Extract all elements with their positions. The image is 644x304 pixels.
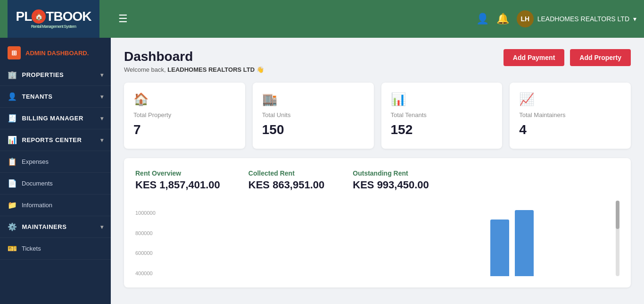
stat-cards: 🏠 Total Property 7 🏬 Total Units 150 📊 T…	[124, 83, 631, 149]
sidebar-item-information[interactable]: 📁 Information	[0, 194, 111, 216]
chevron-icon-2: ▾	[100, 93, 104, 100]
y-label-10: 1000000	[135, 210, 156, 216]
company-name: LEADHOMES REALTORS LTD	[537, 15, 629, 23]
sidebar-item-expenses[interactable]: 📋 Expenses	[0, 151, 111, 173]
chart-bars	[160, 210, 619, 276]
sidebar-label-billing: BILLING MANAGER	[22, 115, 83, 122]
stat-value-maintainers: 4	[519, 122, 621, 137]
admin-icon: ⊞	[8, 46, 21, 59]
content-header: Dashboard Welcome back, LEADHOMES REALTO…	[124, 49, 631, 73]
tickets-icon: 🎫	[8, 244, 17, 253]
sidebar-label-properties: PROPERTIES	[22, 71, 64, 78]
content-area: Dashboard Welcome back, LEADHOMES REALTO…	[111, 38, 644, 304]
reports-icon: 📊	[8, 135, 17, 144]
logo: PL 🏠 TBOOK Rental Management System	[8, 0, 99, 38]
sidebar-item-maintainers[interactable]: ⚙️ MAINTAINERS ▾	[0, 216, 111, 238]
welcome-text: Welcome back, LEADHOMES REALTORS LTD 👋	[124, 66, 264, 73]
title-area: Dashboard Welcome back, LEADHOMES REALTO…	[124, 49, 264, 73]
billing-icon: 🧾	[8, 114, 17, 123]
sidebar-item-reports[interactable]: 📊 REPORTS CENTER ▾	[0, 129, 111, 151]
properties-icon: 🏢	[8, 70, 17, 79]
y-label-6: 600000	[135, 250, 156, 256]
sidebar-label-expenses: Expenses	[22, 158, 49, 165]
stat-card-units: 🏬 Total Units 150	[253, 83, 374, 149]
outstanding-rent-label: Outstanding Rent	[353, 169, 429, 177]
stat-card-tenants: 📊 Total Tenants 152	[381, 83, 503, 149]
tenants-icon: 👤	[8, 92, 17, 101]
sidebar-label-reports: REPORTS CENTER	[22, 136, 82, 144]
chevron-icon: ▾	[100, 72, 104, 78]
rent-overview-stat: Rent Overview KES 1,857,401.00	[135, 169, 220, 191]
add-payment-button[interactable]: Add Payment	[504, 49, 564, 66]
chart-y-axis: 400000 600000 800000 1000000	[135, 210, 156, 276]
tenants-stat-icon: 📊	[391, 92, 493, 107]
topbar: PL 🏠 TBOOK Rental Management System ☰ 👤 …	[0, 0, 644, 38]
stat-value-tenants: 152	[391, 122, 493, 137]
outstanding-rent-stat: Outstanding Rent KES 993,450.00	[353, 169, 429, 191]
information-icon: 📁	[8, 201, 17, 210]
sidebar: ⊞ ADMIN DASHBOARD. 🏢 PROPERTIES ▾ 👤 TENA…	[0, 38, 111, 304]
y-label-8: 800000	[135, 230, 156, 236]
property-stat-icon: 🏠	[133, 92, 236, 107]
stat-label-maintainers: Total Maintainers	[519, 111, 621, 118]
sidebar-item-tickets[interactable]: 🎫 Tickets	[0, 238, 111, 260]
menu-toggle[interactable]: ☰	[118, 13, 128, 25]
notification-icon[interactable]: 🔔	[496, 13, 509, 25]
sidebar-label-tenants: TENANTS	[22, 93, 53, 100]
documents-icon: 📄	[8, 179, 17, 188]
profile-icon[interactable]: 👤	[476, 13, 489, 25]
stat-value-units: 150	[262, 122, 364, 137]
sidebar-admin: ⊞ ADMIN DASHBOARD.	[0, 42, 111, 64]
collected-rent-value: KES 863,951.00	[248, 179, 324, 191]
maintainers-stat-icon: 📈	[519, 92, 621, 107]
sidebar-item-documents[interactable]: 📄 Documents	[0, 173, 111, 194]
stat-label-units: Total Units	[262, 111, 364, 118]
rent-stats: Rent Overview KES 1,857,401.00 Collected…	[135, 169, 619, 191]
chevron-down-icon: ▾	[633, 15, 636, 23]
avatar: LH	[517, 10, 534, 27]
sidebar-label-documents: Documents	[22, 180, 53, 187]
chevron-icon-3: ▾	[100, 115, 104, 122]
user-menu[interactable]: LH LEADHOMES REALTORS LTD ▾	[517, 10, 636, 27]
scrollbar-thumb	[616, 201, 619, 229]
add-property-button[interactable]: Add Property	[570, 49, 631, 66]
rent-overview-card: Rent Overview KES 1,857,401.00 Collected…	[124, 158, 631, 287]
sidebar-item-billing[interactable]: 🧾 BILLING MANAGER ▾	[0, 108, 111, 129]
collected-rent-label: Collected Rent	[248, 169, 324, 177]
rent-overview-label: Rent Overview	[135, 169, 220, 177]
stat-card-property: 🏠 Total Property 7	[124, 83, 245, 149]
collected-rent-stat: Collected Rent KES 863,951.00	[248, 169, 324, 191]
topbar-left: PL 🏠 TBOOK Rental Management System ☰	[8, 0, 128, 38]
admin-label: ADMIN DASHBOARD.	[25, 50, 89, 57]
y-label-4: 400000	[135, 270, 156, 276]
chart-bar-2	[515, 210, 534, 276]
expenses-icon: 📋	[8, 157, 17, 166]
units-stat-icon: 🏬	[262, 92, 364, 107]
scrollbar[interactable]	[616, 201, 619, 276]
chart-bar-1	[490, 220, 509, 276]
outstanding-rent-value: KES 993,450.00	[353, 179, 429, 191]
chevron-icon-5: ▾	[100, 224, 104, 230]
sidebar-item-properties[interactable]: 🏢 PROPERTIES ▾	[0, 64, 111, 86]
sidebar-label-tickets: Tickets	[22, 245, 41, 252]
rent-chart: 400000 600000 800000 1000000	[135, 201, 619, 276]
topbar-right: 👤 🔔 LH LEADHOMES REALTORS LTD ▾	[476, 10, 636, 27]
header-buttons: Add Payment Add Property	[504, 49, 631, 66]
stat-value-property: 7	[133, 122, 236, 137]
stat-label-property: Total Property	[133, 111, 236, 118]
rent-overview-value: KES 1,857,401.00	[135, 179, 220, 191]
sidebar-label-maintainers: MAINTAINERS	[22, 223, 67, 230]
main-layout: ⊞ ADMIN DASHBOARD. 🏢 PROPERTIES ▾ 👤 TENA…	[0, 38, 644, 304]
sidebar-label-information: Information	[22, 202, 52, 209]
chevron-icon-4: ▾	[100, 137, 104, 144]
sidebar-item-tenants[interactable]: 👤 TENANTS ▾	[0, 86, 111, 108]
page-title: Dashboard	[124, 49, 264, 64]
company-welcome: LEADHOMES REALTORS LTD	[167, 66, 255, 73]
maintainers-icon: ⚙️	[8, 222, 17, 231]
logo-subtitle: Rental Management System	[16, 24, 91, 29]
stat-card-maintainers: 📈 Total Maintainers 4	[510, 83, 631, 149]
stat-label-tenants: Total Tenants	[391, 111, 493, 118]
